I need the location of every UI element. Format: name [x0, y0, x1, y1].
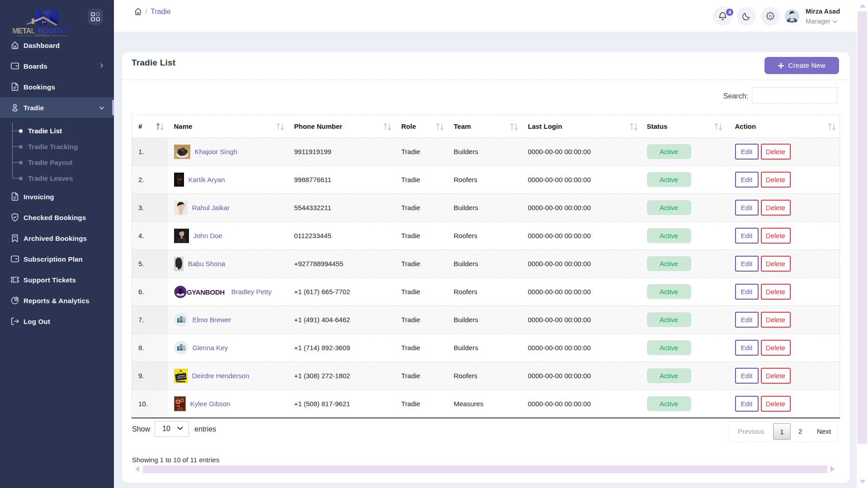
svg-text:x: x: [178, 259, 179, 261]
svg-text:GYANBODH: GYANBODH: [187, 288, 225, 296]
svg-text:METAL: METAL: [12, 27, 35, 35]
svg-text:▲▲▲: ▲▲▲: [175, 397, 179, 399]
svg-text:𝐓𝐡𝐢𝐬: 𝐓𝐡𝐢𝐬: [176, 405, 180, 407]
